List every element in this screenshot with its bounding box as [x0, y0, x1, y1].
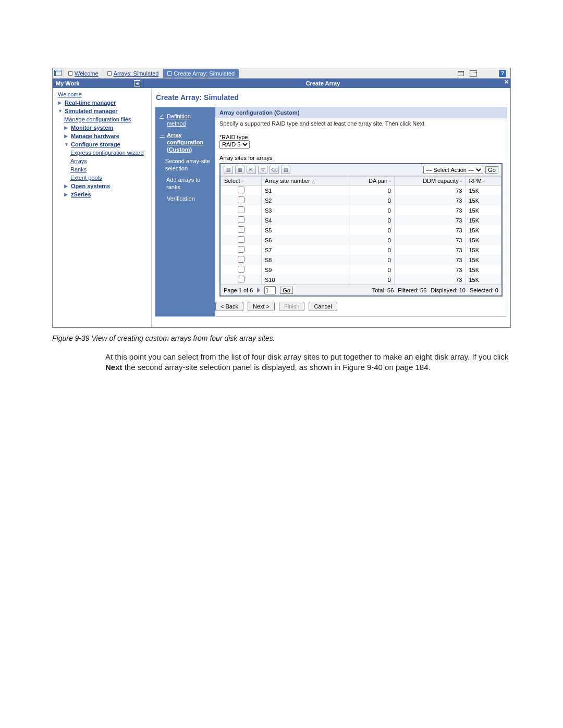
tab-arrays-simulated[interactable]: Arrays: Simulated — [103, 69, 164, 78]
row-checkbox[interactable] — [238, 206, 244, 213]
cell-da-pair: 0 — [349, 235, 394, 245]
row-checkbox[interactable] — [238, 256, 244, 263]
table-row[interactable]: S607315K — [221, 235, 501, 245]
mywork-label: My Work — [56, 80, 80, 87]
toolbar-select-all-icon[interactable]: ▤ — [224, 166, 233, 174]
table-row[interactable]: S807315K — [221, 255, 501, 265]
collapse-sidebar-icon[interactable]: ◄ — [134, 80, 140, 87]
cell-rpm: 15K — [466, 225, 501, 235]
table-row[interactable]: S707315K — [221, 245, 501, 255]
table-row[interactable]: S507315K — [221, 225, 501, 235]
sidebar-item-realtime[interactable]: Real-time manager — [65, 98, 116, 107]
cell-site: S3 — [261, 205, 349, 215]
maximize-icon[interactable] — [456, 69, 466, 78]
row-checkbox[interactable] — [238, 246, 244, 253]
caret-icon[interactable]: ▶ — [64, 132, 69, 140]
array-sites-label: Array sites for arrays — [215, 150, 507, 163]
sidebar-item-arrays[interactable]: Arrays — [70, 158, 87, 164]
check-icon: ✓ — [160, 113, 165, 127]
cell-rpm: 15K — [466, 186, 501, 196]
cell-ddm: 73 — [394, 205, 466, 215]
wizard-step-definition[interactable]: ✓Definition method — [160, 113, 211, 127]
toolbar-filter-icon[interactable]: ▽ — [258, 166, 267, 174]
wizard-steps: ✓Definition method →Array configuration … — [155, 107, 215, 316]
caret-icon[interactable]: ▶ — [58, 98, 63, 107]
wizard-buttons: < Back Next > Finish Cancel — [215, 297, 507, 316]
col-select[interactable]: Select ^ — [221, 177, 262, 186]
close-panel-icon[interactable]: ✕ — [502, 79, 510, 88]
cell-site: S2 — [261, 195, 349, 205]
table-action-go-button[interactable]: Go — [485, 166, 498, 174]
sidebar-item-simulated[interactable]: Simulated manager — [65, 107, 117, 115]
cell-ddm: 73 — [394, 195, 466, 205]
col-ddm-capacity[interactable]: DDM capacity ^ — [394, 177, 466, 186]
wizard-step-verification: Verification — [160, 195, 211, 202]
tab-welcome[interactable]: Welcome — [64, 69, 103, 78]
cancel-button[interactable]: Cancel — [309, 302, 337, 311]
table-row[interactable]: S207315K — [221, 195, 501, 205]
cell-site: S7 — [261, 245, 349, 255]
caret-icon[interactable]: ▶ — [64, 182, 69, 190]
wizard-step-array-config[interactable]: →Array configuration (Custom) — [160, 131, 211, 153]
next-button[interactable]: Next > — [248, 302, 275, 311]
top-tab-bar: Welcome Arrays: Simulated Create Array: … — [53, 68, 510, 79]
table-footer: Page 1 of 6 Go Total: 56 Filtered: 56 Di… — [221, 285, 501, 295]
back-button[interactable]: < Back — [215, 302, 243, 311]
caret-icon[interactable]: ▶ — [64, 190, 69, 199]
sidebar-item-open-systems[interactable]: Open systems — [71, 182, 110, 190]
col-da-pair[interactable]: DA pair ^ — [349, 177, 394, 186]
raid-type-label: *RAID type — [219, 134, 503, 140]
row-checkbox[interactable] — [238, 216, 244, 223]
cell-site: S6 — [261, 235, 349, 245]
sidebar-item-manage-hw[interactable]: Manage hardware — [71, 132, 119, 140]
sidebar-item-monitor[interactable]: Monitor system — [71, 124, 113, 132]
exit-icon[interactable] — [469, 69, 478, 78]
cell-da-pair: 0 — [349, 265, 394, 275]
row-checkbox[interactable] — [238, 236, 244, 243]
table-row[interactable]: S307315K — [221, 205, 501, 215]
page-go-button[interactable]: Go — [280, 287, 293, 294]
raid-type-select[interactable]: RAID 5 — [219, 140, 250, 149]
sidebar-item-ranks[interactable]: Ranks — [70, 166, 87, 172]
caret-down-icon[interactable]: ▼ — [58, 107, 63, 115]
selected-count: Selected: 0 — [470, 287, 498, 293]
row-checkbox[interactable] — [238, 266, 244, 273]
filtered-count: Filtered: 56 — [398, 287, 426, 293]
toolbar-deselect-all-icon[interactable]: ▦ — [235, 166, 244, 174]
toolbar-expand-icon[interactable]: ⇱ — [247, 166, 256, 174]
sidebar-item-express-wizard[interactable]: Express configuration wizard — [70, 150, 144, 156]
row-checkbox[interactable] — [238, 276, 244, 282]
sidebar-item-manage-config[interactable]: Manage configuration files — [64, 116, 131, 122]
cell-rpm: 15K — [466, 195, 501, 205]
sidebar-item-welcome[interactable]: Welcome — [58, 91, 82, 97]
next-page-icon[interactable] — [257, 288, 260, 293]
row-checkbox[interactable] — [238, 187, 244, 193]
row-checkbox[interactable] — [238, 196, 244, 203]
page-input[interactable] — [264, 286, 276, 294]
cell-da-pair: 0 — [349, 245, 394, 255]
caret-down-icon[interactable]: ▼ — [64, 140, 69, 149]
cell-ddm: 73 — [394, 255, 466, 265]
row-checkbox[interactable] — [238, 226, 244, 233]
table-row[interactable]: S107315K — [221, 186, 501, 196]
table-row[interactable]: S907315K — [221, 265, 501, 275]
cell-ddm: 73 — [394, 245, 466, 255]
table-row[interactable]: S1007315K — [221, 275, 501, 285]
cell-ddm: 73 — [394, 225, 466, 235]
table-row[interactable]: S407315K — [221, 215, 501, 225]
tab-create-array[interactable]: Create Array: Simulated — [163, 69, 239, 78]
sidebar-item-configure-storage[interactable]: Configure storage — [71, 140, 120, 149]
window-menu-icon[interactable] — [53, 69, 64, 78]
help-icon[interactable]: ? — [498, 69, 507, 78]
col-rpm[interactable]: RPM ^ — [466, 177, 501, 186]
toolbar-clear-filter-icon[interactable]: ⌫ — [270, 166, 279, 174]
sidebar-item-zseries[interactable]: zSeries — [71, 190, 91, 199]
cell-da-pair: 0 — [349, 205, 394, 215]
toolbar-settings-icon[interactable]: ▤ — [281, 166, 290, 174]
table-action-select[interactable]: --- Select Action --- — [423, 166, 483, 174]
figure-caption: Figure 9-39 View of creating custom arra… — [52, 334, 511, 342]
sidebar-item-extent-pools[interactable]: Extent pools — [70, 175, 102, 181]
col-array-site-number[interactable]: Array site number △ — [261, 177, 349, 186]
cell-rpm: 15K — [466, 245, 501, 255]
caret-icon[interactable]: ▶ — [64, 124, 69, 132]
